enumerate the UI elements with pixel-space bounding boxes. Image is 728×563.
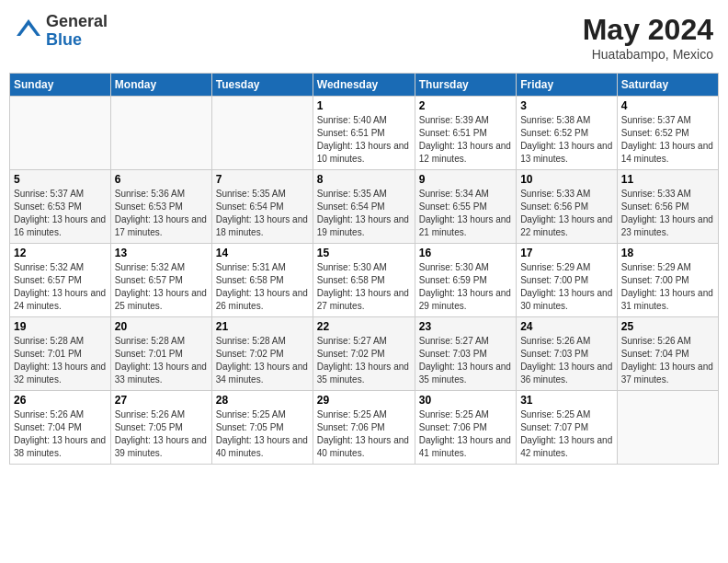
day-number: 18 <box>621 247 714 259</box>
day-number: 22 <box>317 320 411 333</box>
day-number: 14 <box>216 247 309 259</box>
logo-blue-text: Blue <box>46 31 108 50</box>
day-info: Sunrise: 5:26 AM Sunset: 7:03 PM Dayligh… <box>520 335 613 386</box>
day-info: Sunrise: 5:26 AM Sunset: 7:04 PM Dayligh… <box>621 335 714 386</box>
month-year: May 2024 <box>583 13 713 47</box>
day-number: 9 <box>419 173 512 186</box>
day-number: 10 <box>520 173 613 186</box>
day-header-saturday: Saturday <box>617 74 718 97</box>
day-info: Sunrise: 5:25 AM Sunset: 7:06 PM Dayligh… <box>419 408 512 460</box>
day-number: 29 <box>317 394 411 407</box>
day-number: 2 <box>419 99 512 112</box>
day-info: Sunrise: 5:30 AM Sunset: 6:58 PM Dayligh… <box>317 261 411 313</box>
day-header-thursday: Thursday <box>415 74 516 97</box>
day-info: Sunrise: 5:35 AM Sunset: 6:54 PM Dayligh… <box>317 188 411 239</box>
day-cell: 17Sunrise: 5:29 AM Sunset: 7:00 PM Dayli… <box>517 244 618 317</box>
day-number: 16 <box>419 247 512 259</box>
day-info: Sunrise: 5:35 AM Sunset: 6:54 PM Dayligh… <box>216 188 309 239</box>
calendar-table: SundayMondayTuesdayWednesdayThursdayFrid… <box>9 73 719 465</box>
day-info: Sunrise: 5:32 AM Sunset: 6:57 PM Dayligh… <box>14 261 107 313</box>
day-number: 15 <box>317 247 411 259</box>
week-row-5: 26Sunrise: 5:26 AM Sunset: 7:04 PM Dayli… <box>10 391 719 465</box>
day-cell: 20Sunrise: 5:28 AM Sunset: 7:01 PM Dayli… <box>110 317 211 391</box>
day-cell: 5Sunrise: 5:37 AM Sunset: 6:53 PM Daylig… <box>10 170 111 244</box>
week-row-2: 5Sunrise: 5:37 AM Sunset: 6:53 PM Daylig… <box>10 170 719 244</box>
day-info: Sunrise: 5:37 AM Sunset: 6:52 PM Dayligh… <box>621 114 714 166</box>
page-header: General Blue May 2024 Huatabampo, Mexico <box>9 9 719 65</box>
day-info: Sunrise: 5:26 AM Sunset: 7:05 PM Dayligh… <box>115 408 208 460</box>
day-cell: 8Sunrise: 5:35 AM Sunset: 6:54 PM Daylig… <box>313 170 415 244</box>
day-info: Sunrise: 5:40 AM Sunset: 6:51 PM Dayligh… <box>317 114 411 166</box>
day-cell: 16Sunrise: 5:30 AM Sunset: 6:59 PM Dayli… <box>415 244 516 317</box>
header-row: SundayMondayTuesdayWednesdayThursdayFrid… <box>10 74 719 97</box>
title-block: May 2024 Huatabampo, Mexico <box>583 13 713 62</box>
day-number: 25 <box>621 320 714 333</box>
day-cell: 26Sunrise: 5:26 AM Sunset: 7:04 PM Dayli… <box>10 391 111 465</box>
day-cell: 18Sunrise: 5:29 AM Sunset: 7:00 PM Dayli… <box>617 244 718 317</box>
day-number: 6 <box>115 173 208 186</box>
week-row-4: 19Sunrise: 5:28 AM Sunset: 7:01 PM Dayli… <box>10 317 719 391</box>
day-info: Sunrise: 5:29 AM Sunset: 7:00 PM Dayligh… <box>621 261 714 313</box>
day-cell <box>617 391 718 465</box>
day-info: Sunrise: 5:36 AM Sunset: 6:53 PM Dayligh… <box>115 188 208 239</box>
day-info: Sunrise: 5:31 AM Sunset: 6:58 PM Dayligh… <box>216 261 309 313</box>
day-info: Sunrise: 5:25 AM Sunset: 7:05 PM Dayligh… <box>216 408 309 460</box>
day-cell: 11Sunrise: 5:33 AM Sunset: 6:56 PM Dayli… <box>617 170 718 244</box>
day-number: 11 <box>621 173 714 186</box>
day-cell: 27Sunrise: 5:26 AM Sunset: 7:05 PM Dayli… <box>110 391 211 465</box>
day-cell: 12Sunrise: 5:32 AM Sunset: 6:57 PM Dayli… <box>10 244 111 317</box>
day-cell: 3Sunrise: 5:38 AM Sunset: 6:52 PM Daylig… <box>517 97 618 170</box>
day-number: 3 <box>520 99 613 112</box>
day-info: Sunrise: 5:38 AM Sunset: 6:52 PM Dayligh… <box>520 114 613 166</box>
day-cell: 23Sunrise: 5:27 AM Sunset: 7:03 PM Dayli… <box>415 317 516 391</box>
day-cell: 28Sunrise: 5:25 AM Sunset: 7:05 PM Dayli… <box>211 391 313 465</box>
day-number: 24 <box>520 320 613 333</box>
day-number: 13 <box>115 247 208 259</box>
day-number: 21 <box>216 320 309 333</box>
day-cell: 10Sunrise: 5:33 AM Sunset: 6:56 PM Dayli… <box>517 170 618 244</box>
day-number: 12 <box>14 247 107 259</box>
day-number: 26 <box>14 394 107 407</box>
day-info: Sunrise: 5:29 AM Sunset: 7:00 PM Dayligh… <box>520 261 613 313</box>
day-number: 27 <box>115 394 208 407</box>
day-number: 20 <box>115 320 208 333</box>
day-info: Sunrise: 5:28 AM Sunset: 7:02 PM Dayligh… <box>216 335 309 386</box>
day-cell: 31Sunrise: 5:25 AM Sunset: 7:07 PM Dayli… <box>517 391 618 465</box>
day-number: 4 <box>621 99 714 112</box>
day-cell: 25Sunrise: 5:26 AM Sunset: 7:04 PM Dayli… <box>617 317 718 391</box>
day-info: Sunrise: 5:28 AM Sunset: 7:01 PM Dayligh… <box>14 335 107 386</box>
logo-icon <box>15 17 42 45</box>
day-info: Sunrise: 5:28 AM Sunset: 7:01 PM Dayligh… <box>115 335 208 386</box>
day-cell <box>211 97 313 170</box>
day-cell: 13Sunrise: 5:32 AM Sunset: 6:57 PM Dayli… <box>110 244 211 317</box>
day-header-sunday: Sunday <box>10 74 111 97</box>
day-cell: 29Sunrise: 5:25 AM Sunset: 7:06 PM Dayli… <box>313 391 415 465</box>
day-cell: 24Sunrise: 5:26 AM Sunset: 7:03 PM Dayli… <box>517 317 618 391</box>
day-number: 30 <box>419 394 512 407</box>
day-cell: 14Sunrise: 5:31 AM Sunset: 6:58 PM Dayli… <box>211 244 313 317</box>
day-number: 7 <box>216 173 309 186</box>
day-info: Sunrise: 5:33 AM Sunset: 6:56 PM Dayligh… <box>621 188 714 239</box>
day-header-friday: Friday <box>517 74 618 97</box>
day-number: 8 <box>317 173 411 186</box>
logo-general-text: General <box>46 13 108 31</box>
day-header-tuesday: Tuesday <box>211 74 313 97</box>
day-number: 31 <box>520 394 613 407</box>
day-info: Sunrise: 5:37 AM Sunset: 6:53 PM Dayligh… <box>14 188 107 239</box>
day-number: 1 <box>317 99 411 112</box>
day-info: Sunrise: 5:25 AM Sunset: 7:07 PM Dayligh… <box>520 408 613 460</box>
day-info: Sunrise: 5:26 AM Sunset: 7:04 PM Dayligh… <box>14 408 107 460</box>
day-info: Sunrise: 5:27 AM Sunset: 7:02 PM Dayligh… <box>317 335 411 386</box>
day-cell: 6Sunrise: 5:36 AM Sunset: 6:53 PM Daylig… <box>110 170 211 244</box>
week-row-3: 12Sunrise: 5:32 AM Sunset: 6:57 PM Dayli… <box>10 244 719 317</box>
day-cell: 1Sunrise: 5:40 AM Sunset: 6:51 PM Daylig… <box>313 97 415 170</box>
day-info: Sunrise: 5:33 AM Sunset: 6:56 PM Dayligh… <box>520 188 613 239</box>
day-number: 23 <box>419 320 512 333</box>
day-cell: 2Sunrise: 5:39 AM Sunset: 6:51 PM Daylig… <box>415 97 516 170</box>
day-cell: 22Sunrise: 5:27 AM Sunset: 7:02 PM Dayli… <box>313 317 415 391</box>
logo: General Blue <box>15 13 108 50</box>
location: Huatabampo, Mexico <box>583 47 713 62</box>
day-cell: 7Sunrise: 5:35 AM Sunset: 6:54 PM Daylig… <box>211 170 313 244</box>
day-cell <box>110 97 211 170</box>
day-info: Sunrise: 5:30 AM Sunset: 6:59 PM Dayligh… <box>419 261 512 313</box>
